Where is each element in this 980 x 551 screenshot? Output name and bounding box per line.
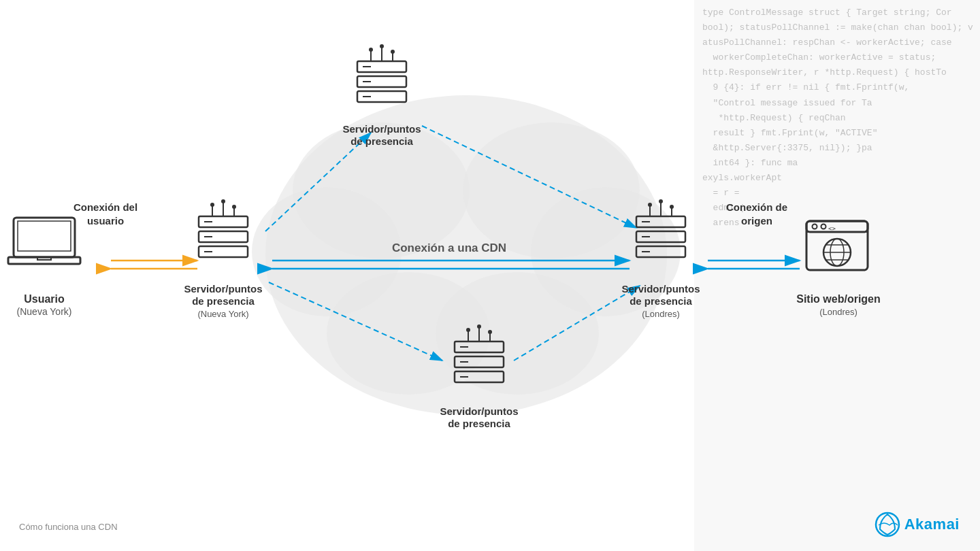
pop-ny-label2: de presencia [192,295,255,307]
svg-point-27 [221,199,225,203]
pop-bottom-label1: Servidor/puntos [440,405,518,417]
pop-top-server-icon [357,44,406,102]
svg-point-64 [488,330,492,334]
user-connection-label: Conexión del [74,201,137,213]
origin-connection-label2: origen [741,215,772,227]
pop-ny-server-icon [199,199,248,257]
svg-text:<>: <> [828,225,836,232]
pop-top-label1: Servidor/puntos [342,123,421,135]
origin-web-icon: <> [806,221,868,270]
pop-london-label1: Servidor/puntos [621,283,700,295]
pop-london-label2: de presencia [630,295,692,307]
svg-rect-16 [37,257,51,260]
svg-point-38 [369,48,373,52]
akamai-logo: Akamai [875,512,960,537]
akamai-logo-icon [875,512,900,537]
pop-london-sublabel: (Londres) [642,309,680,319]
svg-point-28 [232,205,236,209]
cdn-connection-label: Conexión a una CDN [392,241,506,254]
user-connection-label2: usuario [87,215,124,227]
pop-ny-label1: Servidor/puntos [184,283,262,295]
svg-point-63 [477,324,481,329]
svg-rect-66 [806,221,868,232]
caption: Cómo funciona una CDN [19,522,118,532]
svg-point-68 [813,224,817,229]
user-sublabel: (Nueva York) [17,306,72,317]
svg-point-62 [466,328,470,332]
svg-point-40 [391,50,395,54]
user-laptop-icon [8,218,80,264]
diagram-svg: <> Conexión del usuario Conexión a una C… [0,0,980,551]
user-label: Usuario [24,293,65,305]
svg-point-5 [252,187,402,316]
origin-connection-label1: Conexión de [726,201,787,213]
svg-point-52 [670,205,674,209]
svg-point-69 [821,224,826,229]
brand-name: Akamai [904,516,960,533]
origin-label: Sitio web/origen [796,293,881,305]
pop-top-label2: de presencia [350,135,413,147]
svg-point-39 [380,44,384,48]
pop-bottom-label2: de presencia [448,418,510,429]
svg-point-26 [210,203,214,207]
svg-point-50 [648,203,652,207]
pop-ny-sublabel: (Nueva York) [197,309,248,319]
svg-rect-14 [18,221,71,251]
svg-point-51 [659,199,663,203]
origin-sublabel: (Londres) [819,307,858,317]
